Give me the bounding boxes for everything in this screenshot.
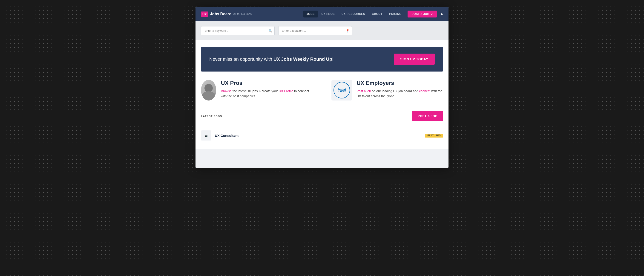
- sections-row: UX Pros Browse the latest UX jobs & crea…: [201, 80, 443, 100]
- ux-pros-avatar: [201, 80, 216, 100]
- nav-jobs[interactable]: JOBS: [303, 10, 318, 18]
- navbar: UX Jobs Board #1 for UX Jobs JOBS UX PRO…: [196, 7, 448, 21]
- job-logo-icon: 📷: [205, 134, 208, 137]
- brand-name: Jobs Board: [210, 12, 232, 16]
- signup-today-button[interactable]: SIGN UP TODAY: [394, 54, 435, 65]
- location-input[interactable]: [278, 26, 352, 35]
- banner-text: Never miss an opportunity with UX Jobs W…: [209, 56, 334, 62]
- search-icon: 🔍: [268, 29, 272, 33]
- browse-link[interactable]: Browse: [221, 89, 232, 93]
- nav-ux-pros[interactable]: UX PROS: [318, 10, 338, 18]
- intel-logo: intel: [334, 82, 350, 98]
- brand-logo-link[interactable]: UX Jobs Board: [201, 12, 232, 17]
- brand-tagline: #1 for UX Jobs: [234, 12, 252, 16]
- latest-jobs-header: LATEST JOBS POST A JOB: [201, 111, 443, 121]
- intel-logo-wrap: intel: [332, 80, 352, 100]
- ux-employers-description: Post a job on our leading UX job board a…: [357, 88, 443, 99]
- search-section: 🔍 📍: [196, 21, 448, 40]
- ux-profile-link[interactable]: UX Profile: [279, 89, 293, 93]
- banner-highlight: UX Jobs Weekly Round Up!: [274, 56, 334, 62]
- ux-pros-section: UX Pros Browse the latest UX jobs & crea…: [201, 80, 313, 100]
- job-title[interactable]: UX Consultant: [215, 134, 238, 138]
- latest-jobs-title: LATEST JOBS: [201, 115, 222, 118]
- main-content: Never miss an opportunity with UX Jobs W…: [196, 40, 448, 149]
- ux-employers-section: intel UX Employers Post a job on our lea…: [332, 80, 443, 100]
- logo-ux: UX: [201, 12, 208, 17]
- search-icon-button[interactable]: 🔍: [268, 29, 272, 33]
- ux-pros-description: Browse the latest UX jobs & create your …: [221, 88, 312, 99]
- jobs-divider: [201, 125, 443, 125]
- user-icon[interactable]: ●: [440, 12, 443, 16]
- keyword-input[interactable]: [201, 26, 274, 35]
- nav-pricing[interactable]: PRICING: [386, 10, 405, 18]
- table-row: 📷 UX Consultant FEATURED: [201, 128, 443, 143]
- page-wrapper: UX Jobs Board #1 for UX Jobs JOBS UX PRO…: [196, 7, 448, 168]
- nav-ux-resources[interactable]: UX RESOURCES: [338, 10, 368, 18]
- post-job-label: POST A JOB: [412, 12, 430, 16]
- keyword-input-wrap: 🔍: [201, 26, 274, 35]
- section-divider: [322, 80, 322, 100]
- post-job-link[interactable]: Post a job: [357, 89, 371, 93]
- latest-jobs-section: LATEST JOBS POST A JOB 📷 UX Consultant F…: [201, 109, 443, 143]
- ux-employers-info: UX Employers Post a job on our leading U…: [357, 80, 443, 99]
- nav-post-job-button[interactable]: POST A JOB: [408, 10, 437, 18]
- ux-employers-title: UX Employers: [357, 80, 443, 86]
- nav-about[interactable]: ABOUT: [369, 10, 386, 18]
- ux-pros-info: UX Pros Browse the latest UX jobs & crea…: [221, 80, 312, 99]
- connect-link[interactable]: connect: [419, 89, 430, 93]
- signup-banner: Never miss an opportunity with UX Jobs W…: [201, 47, 443, 72]
- job-logo: 📷: [201, 130, 211, 140]
- ux-pros-title: UX Pros: [221, 80, 312, 86]
- featured-badge: FEATURED: [425, 134, 443, 138]
- location-input-wrap: 📍: [278, 26, 352, 35]
- post-job-button[interactable]: POST A JOB: [412, 111, 443, 121]
- nav-links: JOBS UX PROS UX RESOURCES ABOUT PRICING …: [303, 10, 443, 18]
